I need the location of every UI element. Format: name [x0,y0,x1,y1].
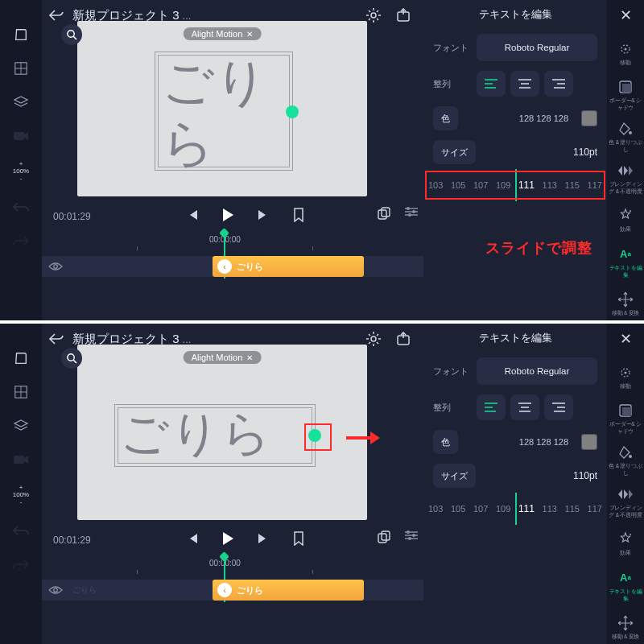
arrow-right-icon [345,430,382,446]
skip-start-icon[interactable] [184,530,201,547]
align-center-button[interactable] [510,394,539,420]
clip[interactable]: ‹ ごりら [213,256,364,277]
rt-move[interactable]: 移動 [609,361,642,394]
svg-point-28 [407,207,410,210]
rt-effects[interactable]: 効果 [609,527,642,560]
track-label: ごりら [72,584,97,596]
magnifier-button[interactable] [61,24,82,45]
zoom-controls[interactable]: +100%- [13,485,29,506]
color-swatch[interactable] [581,434,597,450]
svg-point-38 [68,354,74,361]
timeline: 00:01:29 00:00:00 ごりら ‹ ごりら [42,523,423,642]
resize-handle[interactable] [286,105,299,118]
panel-title: テキストを編集 [423,324,607,353]
timeline: 00:01:29 00:00:00 ‹ ごりら [42,200,423,319]
play-icon[interactable] [219,530,237,547]
settings-icon[interactable] [365,7,382,23]
svg-point-36 [371,336,376,341]
align-right-button[interactable] [544,394,573,420]
duplicate-icon[interactable] [377,206,391,221]
watermark[interactable]: Alight Motion✕ [184,351,262,364]
svg-point-63 [408,537,411,540]
close-icon[interactable]: ✕ [246,30,253,39]
visibility-icon[interactable] [42,585,69,595]
svg-point-62 [412,534,415,537]
grid-tool-icon[interactable] [12,60,30,77]
left-toolbar: +100%- [0,324,42,644]
svg-rect-20 [622,84,631,93]
back-icon[interactable] [45,4,68,27]
svg-point-22 [630,210,631,212]
rt-transform[interactable]: 移動 & 変換 [609,287,642,320]
zoom-controls[interactable]: +100%- [13,161,29,182]
skip-end-icon[interactable] [254,530,272,547]
text-bounding-box[interactable]: ごり ら [155,52,293,171]
export-icon[interactable] [396,332,411,346]
rt-text-edit[interactable]: Aaテキストを編集 [609,246,642,279]
rt-text-edit[interactable]: Aaテキストを編集 [609,569,642,603]
rt-border[interactable]: ボーダー& シャドウ [609,78,642,112]
layers-tool-icon[interactable] [12,93,30,111]
shape-tool-icon[interactable] [12,349,30,367]
rt-blend[interactable]: ブレンディング & 不透明度 [609,162,642,196]
close-panel-icon[interactable]: ✕ [616,6,635,24]
clip[interactable]: ‹ ごりら [213,580,364,601]
svg-line-39 [73,360,76,363]
rt-fill[interactable]: 色 & 塗りつぶし [609,444,642,477]
track-row[interactable]: ‹ ごりら [42,256,423,277]
size-value[interactable]: 110pt [573,470,597,481]
undo-icon[interactable] [12,522,30,539]
font-picker[interactable]: Roboto Regular [477,34,597,61]
svg-rect-53 [622,407,631,416]
svg-rect-56 [378,534,386,543]
magnifier-button[interactable] [61,348,82,369]
rt-blend[interactable]: ブレンディング & 不透明度 [609,485,642,519]
svg-point-31 [54,265,58,269]
settings-icon[interactable] [365,331,382,347]
undo-icon[interactable] [12,198,30,216]
current-timecode: 00:01:29 [53,535,91,546]
align-center-button[interactable] [510,71,539,97]
rt-move[interactable]: 移動 [609,37,642,70]
chevron-left-icon[interactable]: ‹ [217,583,232,597]
svg-point-29 [412,210,415,213]
filter-icon[interactable] [404,530,419,544]
duplicate-icon[interactable] [377,530,391,544]
skip-end-icon[interactable] [254,206,272,224]
align-left-button[interactable] [477,394,506,420]
shape-tool-icon[interactable] [12,26,30,43]
color-swatch[interactable] [581,110,597,126]
rt-effects[interactable]: 効果 [609,204,642,237]
layers-tool-icon[interactable] [12,417,30,435]
rt-transform[interactable]: 移動 & 変換 [609,611,642,644]
size-value[interactable]: 110pt [573,147,597,158]
size-slider[interactable]: 103 105 107 109 111 113 115 117 [423,169,607,204]
size-slider[interactable]: 103 105 107 109 111 113 115 117 [423,493,607,528]
watermark[interactable]: Alight Motion✕ [184,27,262,40]
bookmark-icon[interactable] [290,530,308,547]
grid-tool-icon[interactable] [12,383,30,401]
left-toolbar: +100%- [0,0,42,320]
close-panel-icon[interactable]: ✕ [616,330,635,348]
align-right-button[interactable] [544,71,573,97]
font-picker[interactable]: Roboto Regular [477,357,597,385]
align-left-button[interactable] [477,71,506,97]
play-icon[interactable] [219,206,237,224]
filter-icon[interactable] [404,206,419,221]
right-toolbar: ✕ 移動 ボーダー& シャドウ 色 & 塗りつぶし ブレンディング & 不透明度… [607,0,644,320]
camera-tool-icon [12,127,30,145]
visibility-icon[interactable] [42,262,69,271]
export-icon[interactable] [396,8,411,23]
bookmark-icon[interactable] [290,206,308,224]
text-bounding-box[interactable]: ごりら [114,404,316,467]
rt-fill[interactable]: 色 & 塗りつぶし [609,120,642,154]
skip-start-icon[interactable] [184,206,201,224]
close-icon[interactable]: ✕ [246,353,253,362]
back-icon[interactable] [45,328,68,350]
chevron-left-icon[interactable]: ‹ [217,259,232,274]
svg-point-18 [625,48,627,51]
rt-border[interactable]: ボーダー& シャドウ [609,402,642,436]
font-label: フォント [433,42,469,54]
track-row[interactable]: ごりら ‹ ごりら [42,580,423,601]
canvas-preview[interactable]: Alight Motion✕ ごり ら [77,21,367,196]
